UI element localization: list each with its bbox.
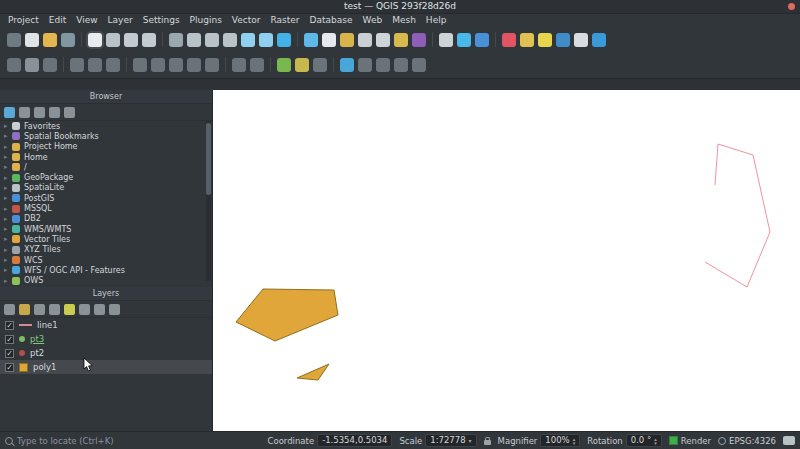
field-calculator-icon[interactable] (394, 33, 408, 47)
menu-view[interactable]: View (71, 14, 102, 27)
snapping-options-icon[interactable] (313, 58, 327, 72)
browser-item-wfs-ogc-api-features[interactable]: ▸WFS / OGC API - Features (0, 265, 212, 275)
save-project-icon[interactable] (61, 33, 75, 47)
close-icon[interactable] (788, 3, 795, 10)
locate-input[interactable]: Type to locate (Ctrl+K) (5, 436, 173, 446)
layer-item-pt3[interactable]: ✓pt3 (0, 332, 212, 346)
menu-help[interactable]: Help (421, 14, 452, 27)
delete-selected-icon[interactable] (151, 58, 165, 72)
refresh-map-icon[interactable] (277, 33, 291, 47)
data-source-manager-icon[interactable] (7, 33, 21, 47)
expander-icon[interactable]: ▸ (4, 235, 12, 243)
map-canvas[interactable] (213, 90, 800, 431)
collapse-all-layers-icon[interactable] (94, 304, 105, 315)
deselect-features-icon[interactable] (340, 33, 354, 47)
browser-scrollbar-thumb[interactable] (206, 123, 211, 195)
zoom-full-icon[interactable] (187, 33, 201, 47)
measure-line-icon[interactable] (439, 33, 453, 47)
expander-icon[interactable]: ▸ (4, 184, 12, 192)
browser-item-geopackage[interactable]: ▸GeoPackage (0, 172, 212, 182)
expander-icon[interactable]: ▸ (4, 215, 12, 223)
menu-settings[interactable]: Settings (138, 14, 185, 27)
open-project-icon[interactable] (43, 33, 57, 47)
filter-by-expression-icon[interactable] (64, 304, 75, 315)
select-features-icon[interactable] (322, 33, 336, 47)
new-3d-map-icon[interactable] (502, 33, 516, 47)
render-checkbox[interactable] (669, 436, 678, 445)
expander-icon[interactable]: ▸ (4, 174, 12, 182)
menu-database[interactable]: Database (305, 14, 358, 27)
browser-item-favorites[interactable]: ▸Favorites (0, 121, 212, 131)
menu-edit[interactable]: Edit (44, 14, 71, 27)
browser-item-spatialite[interactable]: ▸SpatiaLite (0, 183, 212, 193)
vertex-tool-icon[interactable] (106, 58, 120, 72)
browser-item-[interactable]: ▸/ (0, 162, 212, 172)
coordinate-field[interactable]: -1.5354,0.5034 (317, 434, 392, 447)
zoom-out-icon[interactable] (142, 33, 156, 47)
open-layer-styling-icon[interactable] (4, 304, 15, 315)
current-edits-icon[interactable] (7, 58, 21, 72)
statistical-summary-icon[interactable] (412, 33, 426, 47)
expander-icon[interactable]: ▸ (4, 266, 12, 274)
filter-browser-icon[interactable] (34, 107, 45, 118)
new-bookmark-icon[interactable] (475, 33, 489, 47)
browser-item-mssql[interactable]: ▸MSSQL (0, 203, 212, 213)
expander-icon[interactable]: ▸ (4, 153, 12, 161)
pan-map-icon[interactable] (88, 33, 102, 47)
undo-icon[interactable] (232, 58, 246, 72)
magnifier-spinbox[interactable]: 100% ▴▾ (540, 434, 580, 447)
menu-vector[interactable]: Vector (227, 14, 266, 27)
paste-features-icon[interactable] (205, 58, 219, 72)
temporal-controller-icon[interactable] (457, 33, 471, 47)
layer-visibility-checkbox[interactable]: ✓ (5, 363, 14, 372)
copy-features-icon[interactable] (187, 58, 201, 72)
menu-layer[interactable]: Layer (103, 14, 138, 27)
modify-attributes-icon[interactable] (133, 58, 147, 72)
help-contents-icon[interactable] (574, 33, 588, 47)
expander-icon[interactable]: ▸ (4, 163, 12, 171)
filter-legend-icon[interactable] (49, 304, 60, 315)
menu-project[interactable]: Project (3, 14, 44, 27)
scale-combobox[interactable]: 1:72778 ▾ (425, 434, 476, 447)
browser-scrollbar[interactable] (206, 121, 211, 281)
layer-labeling-icon[interactable] (340, 58, 354, 72)
menu-web[interactable]: Web (358, 14, 388, 27)
messages-icon[interactable] (783, 436, 795, 445)
stream-digitizing-icon[interactable] (295, 58, 309, 72)
browser-item-wcs[interactable]: ▸WCS (0, 255, 212, 265)
layer-visibility-checkbox[interactable]: ✓ (5, 335, 14, 344)
map-tips-icon[interactable] (376, 58, 390, 72)
zoom-to-selection-icon[interactable] (205, 33, 219, 47)
zoom-last-icon[interactable] (241, 33, 255, 47)
expander-icon[interactable]: ▸ (4, 122, 12, 130)
spinner-arrows-icon[interactable]: ▴▾ (573, 437, 576, 445)
digitize-with-segment-icon[interactable] (277, 58, 291, 72)
expander-icon[interactable]: ▸ (4, 277, 12, 285)
browser-item-project-home[interactable]: ▸Project Home (0, 142, 212, 152)
add-selected-layers-icon[interactable] (19, 107, 30, 118)
expander-icon[interactable]: ▸ (4, 225, 12, 233)
pan-to-selection-icon[interactable] (106, 33, 120, 47)
select-by-expression-icon[interactable] (358, 33, 372, 47)
browser-item-home[interactable]: ▸Home (0, 152, 212, 162)
expander-icon[interactable]: ▸ (4, 205, 12, 213)
browser-item-xyz-tiles[interactable]: ▸XYZ Tiles (0, 245, 212, 255)
browser-item-ows[interactable]: ▸OWS (0, 275, 212, 285)
open-attribute-table-icon[interactable] (376, 33, 390, 47)
save-layer-edits-icon[interactable] (43, 58, 57, 72)
python-console-icon[interactable] (556, 33, 570, 47)
move-feature-icon[interactable] (88, 58, 102, 72)
collapse-all-icon[interactable] (49, 107, 60, 118)
rotation-spinbox[interactable]: 0.0 ° ▴▾ (626, 434, 662, 447)
pin-labels-icon[interactable] (412, 58, 426, 72)
layer-visibility-checkbox[interactable]: ✓ (5, 321, 14, 330)
browser-item-spatial-bookmarks[interactable]: ▸Spatial Bookmarks (0, 131, 212, 141)
annotations-icon[interactable] (538, 33, 552, 47)
properties-widget-icon[interactable] (64, 107, 75, 118)
expander-icon[interactable]: ▸ (4, 194, 12, 202)
show-map-tips-icon[interactable] (520, 33, 534, 47)
expander-icon[interactable]: ▸ (4, 256, 12, 264)
zoom-in-icon[interactable] (124, 33, 138, 47)
spinner-arrows-icon[interactable]: ▴▾ (654, 437, 657, 445)
add-group-icon[interactable] (19, 304, 30, 315)
